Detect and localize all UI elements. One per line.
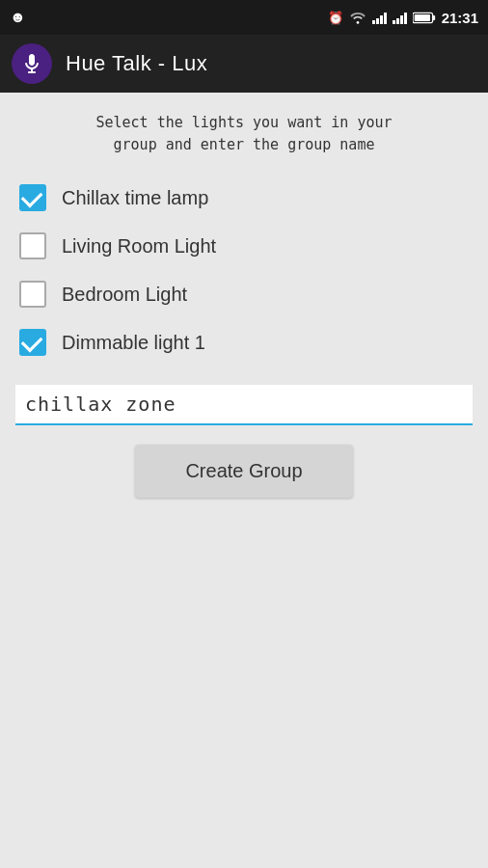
checkbox-label-chillax: Chillax time lamp: [62, 187, 208, 209]
microphone-icon: [20, 52, 43, 75]
list-item: Bedroom Light: [15, 271, 473, 317]
title-bar: Hue Talk - Lux: [0, 35, 488, 93]
checkbox-dimmable[interactable]: [19, 329, 46, 356]
signal-bars: [372, 11, 387, 24]
instruction-text: Select the lights you want in your group…: [15, 112, 473, 155]
create-group-button[interactable]: Create Group: [135, 445, 352, 498]
list-item: Living Room Light: [15, 223, 473, 269]
checkbox-label-livingroom: Living Room Light: [62, 235, 216, 258]
checkbox-label-bedroom: Bedroom Light: [62, 284, 187, 306]
battery-icon: [413, 12, 436, 24]
signal-bars-2: [393, 11, 407, 24]
list-item: Dimmable light 1: [15, 319, 473, 366]
svg-rect-1: [432, 14, 435, 19]
status-bar: ☻ ⏰ 21:31: [0, 0, 488, 35]
alarm-icon: ⏰: [328, 11, 343, 25]
list-item: Chillax time lamp: [15, 175, 473, 221]
main-content: Select the lights you want in your group…: [0, 93, 488, 517]
button-container: Create Group: [15, 445, 473, 498]
android-icon: ☻: [10, 9, 26, 26]
checkbox-list: Chillax time lamp Living Room Light Bedr…: [15, 175, 473, 366]
checkbox-chillax[interactable]: [19, 184, 46, 211]
wifi-icon: [349, 11, 366, 24]
checkbox-livingroom[interactable]: [19, 232, 46, 259]
status-bar-left: ☻: [10, 9, 26, 26]
app-title: Hue Talk - Lux: [66, 51, 207, 76]
app-icon: [12, 43, 52, 84]
status-bar-right: ⏰ 21:31: [328, 10, 478, 26]
status-time: 21:31: [442, 10, 478, 26]
svg-rect-2: [414, 14, 429, 21]
checkbox-label-dimmable: Dimmable light 1: [62, 332, 205, 354]
group-name-input[interactable]: [25, 393, 463, 416]
group-name-input-container: [15, 385, 473, 425]
checkbox-bedroom[interactable]: [19, 281, 46, 308]
